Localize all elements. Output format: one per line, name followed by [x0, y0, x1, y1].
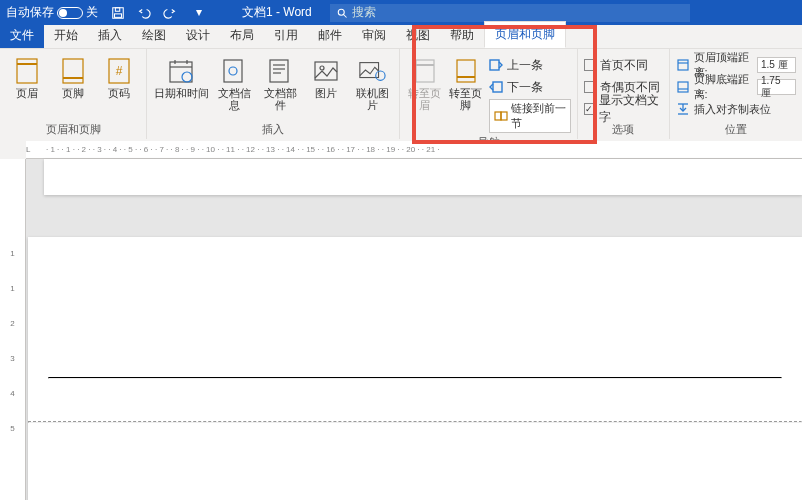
- page-number-button[interactable]: # 页码: [98, 53, 140, 120]
- doc-info-icon: [220, 57, 248, 85]
- goto-footer-label: 转至页脚: [447, 87, 484, 111]
- redo-icon[interactable]: [162, 5, 178, 21]
- tab-review[interactable]: 审阅: [352, 23, 396, 48]
- tab-layout[interactable]: 布局: [220, 23, 264, 48]
- tab-draw[interactable]: 绘图: [132, 23, 176, 48]
- show-doc-text-label: 显示文档文字: [599, 92, 663, 126]
- goto-footer-button[interactable]: 转至页脚: [447, 53, 484, 133]
- link-icon: [494, 109, 508, 123]
- doc-parts-icon: [266, 57, 294, 85]
- document-title: 文档1 - Word: [242, 4, 312, 21]
- document-area[interactable]: 112345: [0, 159, 802, 500]
- goto-header-label: 转至页眉: [406, 87, 443, 111]
- svg-line-4: [343, 14, 346, 17]
- next-label: 下一条: [507, 79, 543, 96]
- tab-help[interactable]: 帮助: [440, 23, 484, 48]
- pictures-label: 图片: [315, 87, 337, 99]
- doc-info-button[interactable]: 文档信息: [213, 53, 255, 120]
- date-time-label: 日期和时间: [154, 87, 209, 99]
- tab-header-footer[interactable]: 页眉和页脚: [484, 21, 566, 48]
- checkbox-icon: [584, 59, 596, 71]
- first-page-diff-label: 首页不同: [600, 57, 648, 74]
- next-button[interactable]: 下一条: [489, 77, 572, 97]
- autosave-label: 自动保存: [6, 4, 54, 21]
- group4-label: 选项: [584, 122, 663, 137]
- tab-home[interactable]: 开始: [44, 23, 88, 48]
- svg-rect-22: [315, 62, 337, 80]
- tab-insert[interactable]: 插入: [88, 23, 132, 48]
- footer-dist-input[interactable]: 1.75 厘: [757, 79, 796, 95]
- date-time-button[interactable]: 日期和时间: [153, 53, 209, 120]
- svg-rect-33: [501, 112, 507, 120]
- group-header-footer: 页眉 页脚 # 页码 页眉和页脚: [0, 49, 147, 139]
- document-page: [28, 237, 802, 500]
- search-input[interactable]: 搜索: [330, 4, 690, 22]
- svg-rect-26: [416, 60, 434, 82]
- first-page-diff-checkbox[interactable]: 首页不同: [584, 55, 663, 75]
- ruler-vertical[interactable]: 112345: [0, 159, 26, 500]
- svg-rect-32: [495, 112, 501, 120]
- goto-header-icon: [411, 57, 439, 85]
- tab-references[interactable]: 引用: [264, 23, 308, 48]
- checkbox-icon: [584, 81, 596, 93]
- svg-point-15: [182, 72, 192, 82]
- toggle-icon: [57, 7, 83, 19]
- page-number-label: 页码: [108, 87, 130, 99]
- link-to-previous-button[interactable]: 链接到前一节: [489, 99, 572, 133]
- autosave-state: 关: [86, 4, 98, 21]
- autosave-toggle[interactable]: 自动保存 关: [6, 4, 98, 21]
- tab-mailings[interactable]: 邮件: [308, 23, 352, 48]
- footer-label: 页脚: [62, 87, 84, 99]
- insert-align-tab-button[interactable]: 插入对齐制表位: [676, 99, 796, 119]
- group1-label: 页眉和页脚: [6, 122, 140, 137]
- ruler-horizontal-wrapper: L · 1 · · 1 · · 2 · · 3 · · 4 · · 5 · · …: [0, 139, 802, 159]
- prev-button[interactable]: 上一条: [489, 55, 572, 75]
- tab-design[interactable]: 设计: [176, 23, 220, 48]
- svg-point-23: [320, 66, 324, 70]
- show-doc-text-checkbox[interactable]: ✓ 显示文档文字: [584, 99, 663, 119]
- header-boundary-line: [28, 421, 802, 423]
- footer-dist-icon: [676, 80, 690, 94]
- svg-point-17: [229, 67, 237, 75]
- doc-parts-button[interactable]: 文档部件: [259, 53, 301, 120]
- group-insert: 日期和时间 文档信息 文档部件 图片 联机图片 插入: [147, 49, 400, 139]
- checkbox-checked-icon: ✓: [584, 103, 595, 115]
- online-pictures-button[interactable]: 联机图片: [351, 53, 393, 120]
- tab-view[interactable]: 视图: [396, 23, 440, 48]
- doc-parts-label: 文档部件: [259, 87, 301, 111]
- qat-dropdown-icon[interactable]: ▾: [196, 5, 202, 21]
- undo-icon[interactable]: [136, 5, 152, 21]
- prev-label: 上一条: [507, 57, 543, 74]
- svg-rect-16: [224, 60, 242, 82]
- calendar-icon: [167, 57, 195, 85]
- goto-header-button[interactable]: 转至页眉: [406, 53, 443, 133]
- search-placeholder: 搜索: [352, 4, 376, 21]
- quick-access-toolbar: ▾: [110, 5, 202, 21]
- footer-button[interactable]: 页脚: [52, 53, 94, 120]
- online-pictures-label: 联机图片: [351, 87, 393, 111]
- svg-rect-30: [490, 60, 499, 70]
- save-icon[interactable]: [110, 5, 126, 21]
- tab-file[interactable]: 文件: [0, 23, 44, 48]
- group-navigation: 转至页眉 转至页脚 上一条 下一条 链接到前一节: [400, 49, 578, 139]
- svg-point-25: [376, 71, 385, 80]
- header-dist-icon: [676, 58, 690, 72]
- group-position: 页眉顶端距离: 1.5 厘 页脚底端距离: 1.75 厘 插入对齐制表位 位置: [670, 49, 802, 139]
- footer-dist-label: 页脚底端距离:: [694, 72, 753, 102]
- doc-info-label: 文档信息: [213, 87, 255, 111]
- group-options: 首页不同 奇偶页不同 ✓ 显示文档文字 选项: [578, 49, 670, 139]
- page-number-icon: #: [105, 57, 133, 85]
- svg-rect-5: [17, 59, 37, 83]
- svg-rect-7: [63, 59, 83, 83]
- document-page-bottom: [44, 159, 802, 195]
- header-icon: [13, 57, 41, 85]
- header-button[interactable]: 页眉: [6, 53, 48, 120]
- ribbon: 页眉 页脚 # 页码 页眉和页脚 日期和时间 文档信息: [0, 49, 802, 139]
- svg-rect-34: [678, 60, 688, 70]
- group2-label: 插入: [153, 122, 393, 137]
- pictures-button[interactable]: 图片: [305, 53, 347, 120]
- svg-rect-1: [115, 7, 119, 11]
- svg-rect-2: [115, 13, 122, 17]
- ruler-horizontal[interactable]: L · 1 · · 1 · · 2 · · 3 · · 4 · · 5 · · …: [26, 141, 802, 159]
- header-dist-input[interactable]: 1.5 厘: [757, 57, 796, 73]
